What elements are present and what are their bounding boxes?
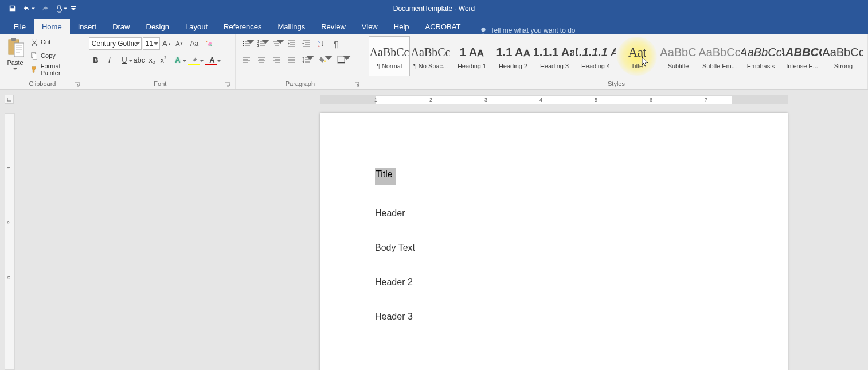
style-label: Subtle Em... [702,63,737,69]
lightbulb-icon [480,27,487,34]
sort-button[interactable]: AZ [314,37,329,50]
vertical-ruler[interactable]: 123 [5,113,15,370]
font-name-combo[interactable]: Century Gothic [89,37,142,50]
style-label: Heading 3 [540,63,569,69]
group-font: Century Gothic 11 A▲ A▼ Aa A B I U abc x… [85,34,236,89]
strikethrough-button[interactable]: abc [132,53,146,66]
clipboard-launcher[interactable] [73,80,81,88]
style-label: Heading 1 [458,63,486,69]
style-label: ¶ No Spac... [413,63,448,69]
underline-button[interactable]: U [116,53,132,66]
save-button[interactable] [6,2,19,15]
document-line[interactable]: Body Text [375,243,733,253]
style-heading-1[interactable]: 1 AᴀHeading 1 [451,36,492,76]
style-title[interactable]: AatTitle [616,36,658,76]
show-marks-button[interactable]: ¶ [329,37,343,50]
style-preview: AaBbCc [370,43,409,61]
tab-home[interactable]: Home [34,19,70,34]
tab-review[interactable]: Review [313,19,354,34]
align-right-button[interactable] [269,53,284,66]
tab-mailings[interactable]: Mailings [270,19,314,34]
justify-button[interactable] [284,53,299,66]
window-title: DocumentTemplate - Word [393,5,475,13]
text-effects-button[interactable]: A [169,53,186,66]
copy-button[interactable]: Copy [30,50,81,61]
style-label: ¶ Normal [377,63,402,69]
tab-layout[interactable]: Layout [177,19,216,34]
highlight-button[interactable] [186,53,204,66]
qat-customize-button[interactable] [70,2,77,15]
align-center-button[interactable] [254,53,269,66]
increase-indent-button[interactable] [299,37,314,50]
tab-references[interactable]: References [216,19,269,34]
tab-file[interactable]: File [6,19,34,34]
quick-access-toolbar [0,2,77,15]
style-subtitle[interactable]: AaBbCSubtitle [658,36,699,76]
grow-font-button[interactable]: A▲ [161,37,173,50]
align-left-button[interactable] [239,53,254,66]
tab-help[interactable]: Help [386,19,417,34]
style-intense-e-[interactable]: AABBCCIntense E... [781,36,823,76]
font-size-combo[interactable]: 11 [143,37,160,50]
format-painter-button[interactable]: Format Painter [30,64,81,75]
touch-mode-button[interactable] [54,2,68,15]
svg-rect-1 [11,38,16,41]
multilevel-list-button[interactable] [269,37,284,50]
document-page[interactable]: TitleHeaderBody TextHeader 2Header 3 [320,113,788,370]
style-heading-4[interactable]: 1.1.1.1 AHeading 4 [575,36,616,76]
style--normal[interactable]: AaBbCc¶ Normal [369,36,410,76]
document-line[interactable]: Title [375,168,733,208]
borders-button[interactable] [332,53,350,66]
style-preview: AABBCC [781,43,823,61]
italic-button[interactable]: I [103,53,116,66]
group-styles: AaBbCc¶ NormalAaBbCc¶ No Spac...1 AᴀHead… [365,34,868,89]
clear-formatting-button[interactable]: A [204,37,215,50]
change-case-button[interactable]: Aa [186,37,202,50]
paragraph-launcher[interactable] [353,80,361,88]
font-launcher[interactable] [224,80,232,88]
numbering-button[interactable]: 123 [254,37,269,50]
decrease-indent-button[interactable] [284,37,299,50]
style-preview: 1.1 Aᴀ [496,43,530,61]
style-heading-3[interactable]: 1.1.1 AaHeading 3 [534,36,575,76]
style-subtle-em-[interactable]: AaBbCcSubtle Em... [699,36,740,76]
tab-design[interactable]: Design [138,19,177,34]
ruler-tick: 1 [374,97,377,103]
paste-icon [6,37,25,58]
document-line[interactable]: Header 3 [375,311,733,322]
cut-button[interactable]: Cut [30,36,81,48]
bold-button[interactable]: B [89,53,103,66]
bullets-button[interactable] [239,37,254,50]
style-label: Heading 2 [499,63,527,69]
tell-me-search[interactable]: Tell me what you want to do [468,26,575,34]
subscript-button[interactable]: x2 [146,53,158,66]
tab-draw[interactable]: Draw [104,19,138,34]
style-preview: AaBbCc [823,43,864,61]
document-line[interactable]: Header [375,208,733,219]
ruler-tick: 5 [595,97,597,103]
tab-acrobat[interactable]: ACROBAT [417,19,469,34]
eraser-icon: A [205,40,213,48]
cursor-icon [642,57,650,70]
highlighter-icon [191,56,198,63]
ribbon-tabs: File Home Insert Draw Design Layout Refe… [0,17,868,34]
tab-insert[interactable]: Insert [70,19,105,34]
style-label: Subtitle [668,63,689,69]
font-color-button[interactable]: A [204,53,221,66]
style-emphasis[interactable]: AaBbCcEmphasis [740,36,781,76]
undo-button[interactable] [22,2,36,15]
superscript-button[interactable]: x2 [158,53,169,66]
document-workspace: 1234567 123 TitleHeaderBody TextHeader 2… [0,90,868,370]
document-line[interactable]: Header 2 [375,277,733,287]
style--no-spac-[interactable]: AaBbCc¶ No Spac... [410,36,451,76]
paste-button[interactable]: Paste [3,36,27,71]
horizontal-ruler[interactable]: 1234567 [0,95,868,105]
redo-button[interactable] [38,2,52,15]
style-heading-2[interactable]: 1.1 AᴀHeading 2 [492,36,534,76]
style-preview: 1.1.1.1 A [575,43,616,61]
shrink-font-button[interactable]: A▼ [174,37,185,50]
style-strong[interactable]: AaBbCcStrong [823,36,864,76]
shading-button[interactable] [314,53,332,66]
tab-view[interactable]: View [354,19,386,34]
line-spacing-button[interactable] [299,53,314,66]
